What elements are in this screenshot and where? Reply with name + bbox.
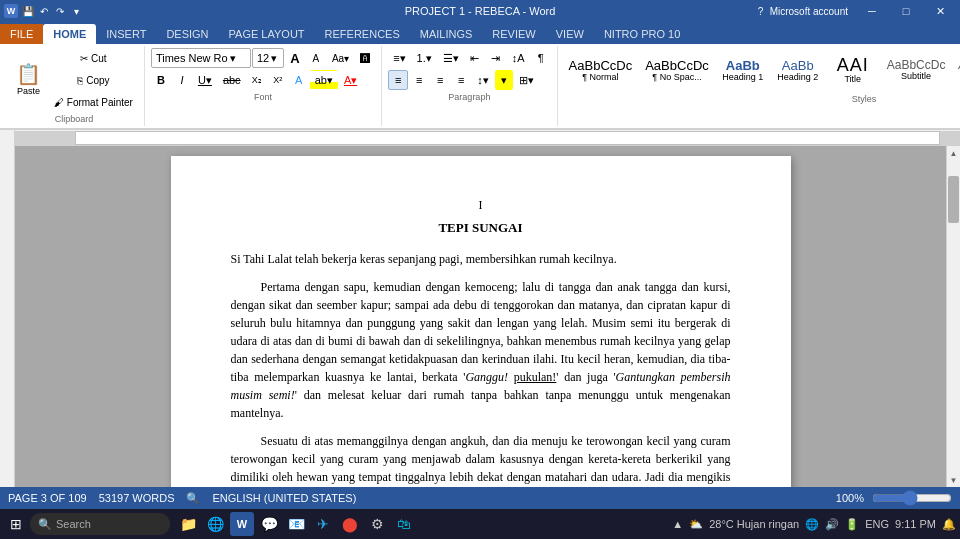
scrollbar-vertical[interactable]: ▲ ▼ [946, 146, 960, 487]
weather-icon: ⛅ [689, 518, 703, 531]
scroll-thumb[interactable] [948, 176, 959, 223]
sound-icon[interactable]: 🔊 [825, 518, 839, 531]
borders-button[interactable]: ⊞▾ [514, 70, 539, 90]
multilevel-button[interactable]: ☰▾ [438, 48, 464, 68]
title-bar-right: ? Microsoft account ─ □ ✕ [754, 0, 956, 22]
show-marks-button[interactable]: ¶ [531, 48, 551, 68]
undo-icon[interactable]: ↶ [37, 4, 51, 18]
sort-button[interactable]: ↕A [507, 48, 530, 68]
taskbar-edge-icon[interactable]: 🌐 [203, 512, 227, 536]
notifications-icon[interactable]: 🔔 [942, 518, 956, 531]
taskbar-telegram-icon[interactable]: ✈ [311, 512, 335, 536]
ribbon: FILE HOME INSERT DESIGN PAGE LAYOUT REFE… [0, 22, 960, 130]
network-icon[interactable]: 🌐 [805, 518, 819, 531]
style-title[interactable]: AAI Title [827, 48, 879, 92]
style-no-spacing[interactable]: AaBbCcDc ¶ No Spac... [640, 48, 714, 92]
line-spacing-button[interactable]: ↕▾ [472, 70, 494, 90]
document-page[interactable]: I TEPI SUNGAI Si Tahi Lalat telah bekerj… [171, 156, 791, 487]
style-subtitle[interactable]: AaBbCcDc Subtitle [882, 48, 951, 92]
format-painter-button[interactable]: 🖌 Format Painter [49, 92, 138, 112]
clear-format-button[interactable]: 🅰 [355, 48, 375, 68]
paragraph-label: Paragraph [388, 92, 550, 102]
taskbar: ⊞ 🔍 Search 📁 🌐 W 💬 📧 ✈ ⬤ ⚙ 🛍 ▲ ⛅ 28°C Hu… [0, 509, 960, 539]
taskbar-explorer-icon[interactable]: 📁 [176, 512, 200, 536]
tab-insert[interactable]: INSERT [96, 24, 156, 44]
align-center-button[interactable]: ≡ [409, 70, 429, 90]
grow-font-button[interactable]: A [285, 48, 305, 68]
time-label: 9:11 PM [895, 518, 936, 530]
tab-nitro[interactable]: NITRO PRO 10 [594, 24, 690, 44]
subscript-button[interactable]: X₂ [247, 70, 267, 90]
change-case-button[interactable]: Aa▾ [327, 48, 354, 68]
tab-references[interactable]: REFERENCES [315, 24, 410, 44]
style-heading1[interactable]: AaBb Heading 1 [717, 48, 769, 92]
shrink-font-button[interactable]: A [306, 48, 326, 68]
scroll-down-button[interactable]: ▼ [947, 473, 960, 487]
numbering-button[interactable]: 1.▾ [412, 48, 437, 68]
doc-heading: TEPI SUNGAI [231, 218, 731, 238]
scroll-up-button[interactable]: ▲ [947, 146, 960, 160]
ruler-vertical [0, 130, 15, 487]
save-icon[interactable]: 💾 [21, 4, 35, 18]
weather-label: 28°C Hujan ringan [709, 518, 799, 530]
copy-button[interactable]: ⎘ Copy [49, 70, 138, 90]
style-subtle-em[interactable]: AaBbCcDc Subtle Em... [953, 48, 960, 92]
taskbar-teams-icon[interactable]: 💬 [257, 512, 281, 536]
paste-button[interactable]: 📋 Paste [10, 58, 47, 102]
tab-mailings[interactable]: MAILINGS [410, 24, 483, 44]
underline-button[interactable]: U▾ [193, 70, 217, 90]
redo-icon[interactable]: ↷ [53, 4, 67, 18]
paste-label: Paste [17, 86, 40, 96]
customize-icon[interactable]: ▾ [69, 4, 83, 18]
maximize-button[interactable]: □ [890, 0, 922, 22]
font-row1: Times New Ro ▾ 12 ▾ A A Aa▾ 🅰 [151, 48, 375, 68]
increase-indent-button[interactable]: ⇥ [486, 48, 506, 68]
paragraph-group-content: ≡▾ 1.▾ ☰▾ ⇤ ⇥ ↕A ¶ ≡ ≡ ≡ ≡ ↕▾ ▾ ⊞▾ [388, 48, 550, 90]
tab-page-layout[interactable]: PAGE LAYOUT [219, 24, 315, 44]
decrease-indent-button[interactable]: ⇤ [465, 48, 485, 68]
font-color-button[interactable]: A▾ [339, 70, 362, 90]
italic-button[interactable]: I [172, 70, 192, 90]
tab-home[interactable]: HOME [43, 24, 96, 44]
taskbar-chrome-icon[interactable]: ⬤ [338, 512, 362, 536]
bold-button[interactable]: B [151, 70, 171, 90]
doc-para-2: Pertama dengan sapu, kemudian dengan kem… [231, 278, 731, 422]
help-button[interactable]: ? [754, 4, 768, 18]
main-area: I TEPI SUNGAI Si Tahi Lalat telah bekerj… [15, 130, 960, 487]
taskbar-search-box[interactable]: 🔍 Search [30, 513, 170, 535]
font-size-dropdown-icon[interactable]: ▾ [271, 52, 277, 65]
taskbar-settings-icon[interactable]: ⚙ [365, 512, 389, 536]
font-size-selector[interactable]: 12 ▾ [252, 48, 284, 68]
align-left-button[interactable]: ≡ [388, 70, 408, 90]
paragraph-group: ≡▾ 1.▾ ☰▾ ⇤ ⇥ ↕A ¶ ≡ ≡ ≡ ≡ ↕▾ ▾ ⊞▾ [382, 46, 557, 126]
start-button[interactable]: ⊞ [4, 512, 28, 536]
strikethrough-button[interactable]: abc [218, 70, 246, 90]
taskbar-store-icon[interactable]: 🛍 [392, 512, 416, 536]
tab-design[interactable]: DESIGN [156, 24, 218, 44]
account-label[interactable]: Microsoft account [770, 6, 848, 17]
text-effects-button[interactable]: A [289, 70, 309, 90]
close-button[interactable]: ✕ [924, 0, 956, 22]
align-right-button[interactable]: ≡ [430, 70, 450, 90]
taskbar-outlook-icon[interactable]: 📧 [284, 512, 308, 536]
taskbar-word-icon[interactable]: W [230, 512, 254, 536]
style-heading2[interactable]: AaBb Heading 2 [772, 48, 824, 92]
cut-button[interactable]: ✂ Cut [49, 48, 138, 68]
bullets-button[interactable]: ≡▾ [388, 48, 410, 68]
tab-review[interactable]: REVIEW [482, 24, 545, 44]
justify-button[interactable]: ≡ [451, 70, 471, 90]
minimize-button[interactable]: ─ [856, 0, 888, 22]
style-normal[interactable]: AaBbCcDc ¶ Normal [564, 48, 638, 92]
tab-view[interactable]: VIEW [546, 24, 594, 44]
text-highlight-button[interactable]: ab▾ [310, 70, 338, 90]
font-name-dropdown-icon[interactable]: ▾ [230, 52, 236, 65]
up-arrow-tray-icon[interactable]: ▲ [672, 518, 683, 530]
style-normal-label: ¶ Normal [582, 72, 618, 82]
tab-file[interactable]: FILE [0, 24, 43, 44]
font-name-selector[interactable]: Times New Ro ▾ [151, 48, 251, 68]
eng-label[interactable]: ENG [865, 518, 889, 530]
status-right: 100% [836, 490, 952, 506]
superscript-button[interactable]: X² [268, 70, 288, 90]
shading-button[interactable]: ▾ [495, 70, 513, 90]
zoom-slider[interactable] [872, 490, 952, 506]
